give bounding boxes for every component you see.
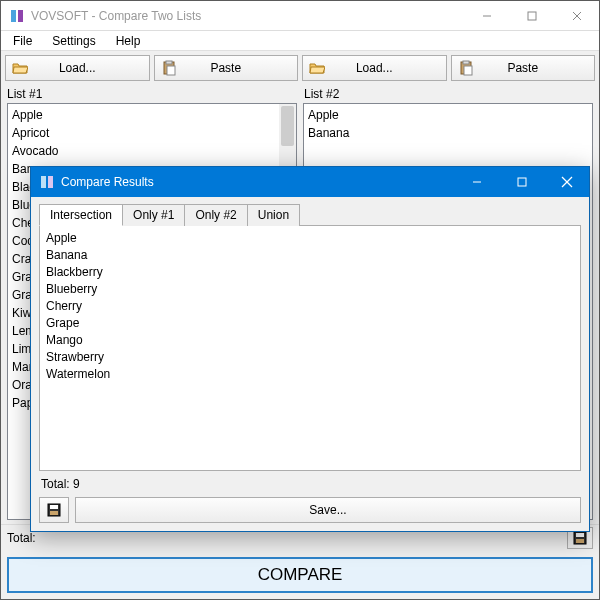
list-item[interactable]: Cherry xyxy=(46,298,574,315)
save-icon xyxy=(47,503,61,517)
dialog-minimize-button[interactable] xyxy=(454,167,499,197)
menu-help[interactable]: Help xyxy=(108,32,149,50)
list-item[interactable]: Apple xyxy=(46,230,574,247)
svg-rect-22 xyxy=(50,505,58,509)
svg-rect-14 xyxy=(576,539,584,543)
toolbar: Load... Paste Load... Paste xyxy=(1,51,599,85)
list1-label: List #1 xyxy=(7,87,296,101)
dialog-close-button[interactable] xyxy=(544,167,589,197)
scrollbar-thumb[interactable] xyxy=(281,106,294,146)
list-item[interactable]: Banana xyxy=(308,124,588,142)
svg-rect-16 xyxy=(48,176,53,188)
menu-file[interactable]: File xyxy=(5,32,40,50)
svg-rect-7 xyxy=(166,61,172,64)
menu-settings[interactable]: Settings xyxy=(44,32,103,50)
tab-union[interactable]: Union xyxy=(247,204,300,226)
dialog-total: Total: 9 xyxy=(31,475,589,493)
paste-button-1[interactable]: Paste xyxy=(154,55,299,81)
save-icon xyxy=(573,531,587,545)
dialog-save-icon-button[interactable] xyxy=(39,497,69,523)
app-icon xyxy=(39,174,55,190)
list-item[interactable]: Banana xyxy=(46,247,574,264)
load-button-1[interactable]: Load... xyxy=(5,55,150,81)
paste-button-label: Paste xyxy=(507,61,538,75)
list-item[interactable]: Watermelon xyxy=(46,366,574,383)
toolbar-right: Load... Paste xyxy=(302,55,595,81)
dialog-maximize-button[interactable] xyxy=(499,167,544,197)
svg-rect-23 xyxy=(50,511,58,515)
window-controls xyxy=(464,1,599,30)
paste-button-2[interactable]: Paste xyxy=(451,55,596,81)
list-item[interactable]: Avocado xyxy=(12,142,292,160)
folder-open-icon xyxy=(12,60,28,76)
list-item[interactable]: Blueberry xyxy=(46,281,574,298)
dialog-save-button[interactable]: Save... xyxy=(75,497,581,523)
svg-rect-3 xyxy=(528,12,536,20)
titlebar: VOVSOFT - Compare Two Lists xyxy=(1,1,599,31)
tab-intersection[interactable]: Intersection xyxy=(39,204,123,226)
clipboard-icon xyxy=(458,60,474,76)
tab-only1[interactable]: Only #1 xyxy=(122,204,185,226)
app-icon xyxy=(9,8,25,24)
toolbar-left: Load... Paste xyxy=(5,55,298,81)
svg-rect-0 xyxy=(11,10,16,22)
dialog-title: Compare Results xyxy=(61,175,454,189)
compare-button-label: COMPARE xyxy=(258,565,343,585)
svg-rect-15 xyxy=(41,176,46,188)
tab-only2[interactable]: Only #2 xyxy=(184,204,247,226)
list-item[interactable]: Mango xyxy=(46,332,574,349)
clipboard-icon xyxy=(161,60,177,76)
compare-area: COMPARE xyxy=(1,551,599,599)
list-labels: List #1 List #2 xyxy=(1,85,599,103)
list-item[interactable]: Apple xyxy=(12,106,292,124)
dialog-titlebar: Compare Results xyxy=(31,167,589,197)
menubar: File Settings Help xyxy=(1,31,599,51)
dialog-window-controls xyxy=(454,167,589,197)
compare-button[interactable]: COMPARE xyxy=(7,557,593,593)
svg-rect-13 xyxy=(576,533,584,537)
svg-rect-8 xyxy=(167,66,175,75)
list-item[interactable]: Apple xyxy=(308,106,588,124)
list-item[interactable]: Strawberry xyxy=(46,349,574,366)
list-item[interactable]: Apricot xyxy=(12,124,292,142)
dialog-save-label: Save... xyxy=(309,503,346,517)
window-title: VOVSOFT - Compare Two Lists xyxy=(31,9,464,23)
list2-label: List #2 xyxy=(304,87,593,101)
maximize-button[interactable] xyxy=(509,1,554,30)
list-item[interactable]: Blackberry xyxy=(46,264,574,281)
list-item[interactable]: Grape xyxy=(46,315,574,332)
minimize-button[interactable] xyxy=(464,1,509,30)
load-button-2[interactable]: Load... xyxy=(302,55,447,81)
close-button[interactable] xyxy=(554,1,599,30)
load-button-label: Load... xyxy=(356,61,393,75)
status-left: Total: xyxy=(7,531,561,545)
svg-rect-11 xyxy=(464,66,472,75)
dialog-tabstrip: Intersection Only #1 Only #2 Union xyxy=(31,197,589,225)
svg-rect-10 xyxy=(463,61,469,64)
load-button-label: Load... xyxy=(59,61,96,75)
results-dialog: Compare Results Intersection Only #1 Onl… xyxy=(30,166,590,532)
folder-open-icon xyxy=(309,60,325,76)
svg-rect-1 xyxy=(18,10,23,22)
paste-button-label: Paste xyxy=(210,61,241,75)
total-label-1: Total: xyxy=(7,531,36,545)
dialog-savebar: Save... xyxy=(31,493,589,531)
results-list[interactable]: AppleBananaBlackberryBlueberryCherryGrap… xyxy=(39,225,581,471)
svg-rect-18 xyxy=(518,178,526,186)
